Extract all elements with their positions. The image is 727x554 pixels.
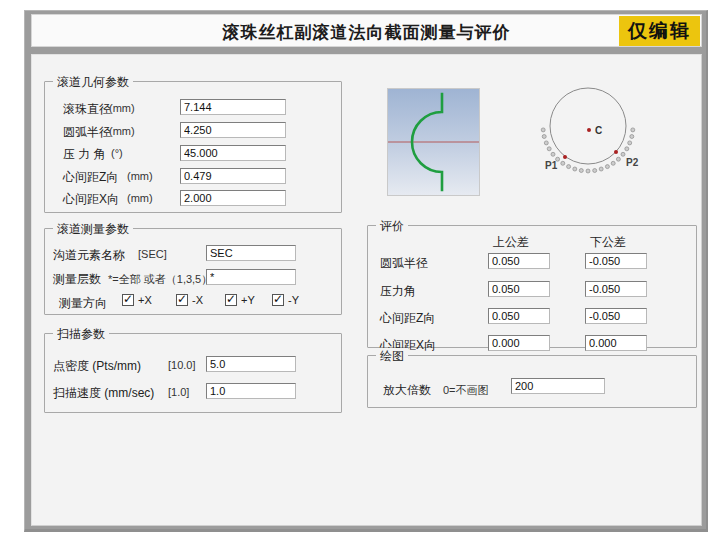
measure-point-dot [579,169,583,173]
ball-diameter-label: 滚珠直径 [63,101,111,118]
direction-label: 测量方向 [59,295,107,312]
pressure-angle-label: 压 力 角 [63,146,106,163]
eval-center-x-upper-input[interactable] [488,335,550,351]
measure-point-dot [611,161,615,165]
group-eval-title: 评价 [376,218,408,235]
arc-radius-unit: (mm) [109,125,135,137]
ball-diameter-input[interactable] [180,99,286,115]
arc-radius-input[interactable] [180,122,286,138]
center-dist-z-unit: (mm) [127,170,153,182]
measure-point-dot [547,147,551,151]
main-panel: 滚道几何参数 滚珠直径 (mm) 圆弧半径 (mm) 压 力 角 (°) 心间距… [31,54,702,526]
eval-pressure-angle-upper-input[interactable] [488,281,550,297]
center-label: C [595,125,602,136]
checkbox-plus-x[interactable]: +X [122,294,152,306]
group-eval: 评价 上公差 下公差 圆弧半径 压力角 心间距Z向 心间距X向 [367,225,697,348]
eval-center-z-lower-input[interactable] [585,308,647,324]
checkbox-plus-y-label: +Y [241,294,255,306]
checkbox-minus-y-box[interactable] [272,294,284,306]
arc-radius-label: 圆弧半径 [63,124,111,141]
group-scan: 扫描参数 点密度 (Pts/mm) [10.0] 扫描速度 (mm/sec) [… [44,333,342,413]
measurement-diagram: C P1 P2 [537,83,649,183]
section-preview [387,88,480,196]
measure-point-dot [541,128,545,132]
measure-point-dot [551,152,555,156]
page-title: 滚珠丝杠副滚道法向截面测量与评价 [32,21,701,44]
measure-point-dot [630,135,634,139]
measure-point-dot [567,165,571,169]
center-dist-z-input[interactable] [180,168,286,184]
eval-center-z-label: 心间距Z向 [380,310,435,327]
title-bar: 滚珠丝杠副滚道法向截面测量与评价 仅编辑 [31,14,702,47]
element-name-input[interactable] [206,245,296,261]
eval-center-x-lower-input[interactable] [585,335,647,351]
measure-point-dot [628,141,632,145]
checkbox-plus-y[interactable]: +Y [225,294,255,306]
magnification-label: 放大倍数 [383,382,431,399]
group-measure-title: 滚道测量参数 [53,221,133,238]
center-dist-x-input[interactable] [180,190,286,206]
ball-diameter-unit: (mm) [109,102,135,114]
magnification-input[interactable] [511,378,605,394]
lower-tolerance-header: 下公差 [590,234,626,251]
window-frame: 滚珠丝杠副滚道法向截面测量与评价 仅编辑 滚道几何参数 滚珠直径 (mm) 圆弧… [24,10,708,532]
eval-arc-radius-upper-input[interactable] [488,253,550,269]
checkbox-minus-x-box[interactable] [176,294,188,306]
p1-label: P1 [545,160,558,171]
point-density-input[interactable] [206,356,296,372]
scan-speed-hint: [1.0] [168,386,189,398]
measure-point-dot [593,169,597,173]
checkbox-minus-y-label: -Y [288,294,299,306]
group-geometry: 滚道几何参数 滚珠直径 (mm) 圆弧半径 (mm) 压 力 角 (°) 心间距… [44,81,342,213]
p2-label: P2 [626,157,639,168]
scan-speed-label: 扫描速度 (mm/sec) [53,385,154,402]
measure-point-dot [599,167,603,171]
measure-point-dot [542,135,546,139]
group-draw-title: 绘图 [376,348,408,365]
measure-point-dot [573,167,577,171]
checkbox-minus-x[interactable]: -X [176,294,203,306]
group-draw: 绘图 放大倍数 0=不画图 [367,355,697,408]
group-measure: 滚道测量参数 沟道元素名称 [SEC] 测量层数 *=全部 或者（1,3,5） … [44,228,342,315]
point-density-hint: [10.0] [168,359,196,371]
checkbox-minus-x-label: -X [192,294,203,306]
measure-point-dot [556,157,560,161]
eval-pressure-angle-lower-input[interactable] [585,281,647,297]
measure-point-dot [625,147,629,151]
measure-point-dot [561,161,565,165]
checkbox-plus-y-box[interactable] [225,294,237,306]
element-name-label: 沟道元素名称 [53,247,125,264]
element-name-hint: [SEC] [138,248,167,260]
measure-point-dot [616,157,620,161]
edit-only-badge: 仅编辑 [619,16,700,46]
pressure-angle-input[interactable] [180,145,286,161]
center-marker [587,128,591,132]
layers-input[interactable] [206,269,296,285]
p2-marker [614,150,618,154]
measure-points: C P1 P2 [537,83,649,183]
layers-hint: *=全部 或者（1,3,5） [108,272,212,287]
measure-point-dot [586,169,590,173]
center-dist-x-unit: (mm) [127,192,153,204]
center-dist-x-label: 心间距X向 [63,191,119,208]
eval-center-z-upper-input[interactable] [488,308,550,324]
checkbox-plus-x-label: +X [138,294,152,306]
point-density-label: 点密度 (Pts/mm) [53,358,141,375]
measure-point-dot [605,165,609,169]
upper-tolerance-header: 上公差 [493,234,529,251]
checkbox-minus-y[interactable]: -Y [272,294,299,306]
group-geometry-title: 滚道几何参数 [53,74,133,91]
eval-arc-radius-lower-input[interactable] [585,253,647,269]
layers-label: 测量层数 [53,271,101,288]
eval-arc-radius-label: 圆弧半径 [380,255,428,272]
measure-point-dot [621,152,625,156]
magnification-hint: 0=不画图 [443,383,489,398]
p1-marker [563,155,567,159]
pressure-angle-unit: (°) [111,147,123,159]
measure-point-dot [631,128,635,132]
checkbox-plus-x-box[interactable] [122,294,134,306]
section-curve-svg [388,89,479,195]
center-dist-z-label: 心间距Z向 [63,169,118,186]
measure-point-dot [544,141,548,145]
scan-speed-input[interactable] [206,383,296,399]
